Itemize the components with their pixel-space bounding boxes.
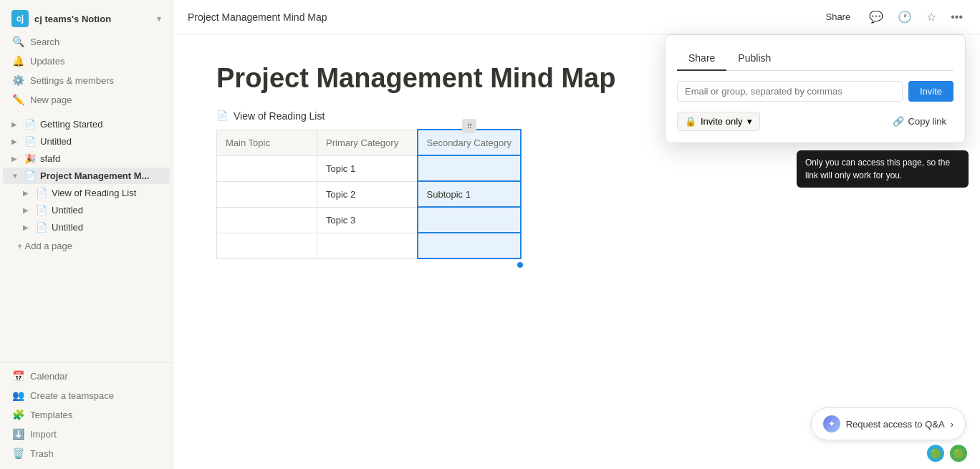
drag-handle-container: ⠿: [418, 119, 520, 133]
sidebar-bottom: 📅 Calendar 👥 Create a teamspace 🧩 Templa…: [0, 362, 173, 463]
invite-only-button[interactable]: 🔒 Invite only ▾: [677, 112, 760, 131]
invite-button[interactable]: Invite: [908, 81, 953, 102]
workspace-name: cj teams's Notion: [34, 14, 157, 24]
page-icon: 📄: [24, 119, 36, 130]
request-icon: ✦: [823, 415, 840, 432]
page-header: Project Management Mind Map Share 💬 🕐 ☆ …: [173, 0, 980, 34]
sidebar-item-view-of-reading-list[interactable]: ▶ 📄 View of Reading List: [3, 185, 170, 201]
sidebar-nav: 🔍 Search 🔔 Updates ⚙️ Settings & members…: [0, 32, 173, 110]
sidebar-item-sfafd[interactable]: ▶ 🎉 sfafd: [3, 150, 170, 167]
sidebar: cj cj teams's Notion ▾ 🔍 Search 🔔 Update…: [0, 0, 173, 469]
tree-label: Getting Started: [40, 119, 164, 130]
sidebar-item-updates[interactable]: 🔔 Updates: [3, 52, 170, 70]
share-button[interactable]: Share: [818, 9, 858, 25]
sidebar-item-untitled-2[interactable]: ▶ 📄 Untitled: [3, 202, 170, 218]
sidebar-item-settings[interactable]: ⚙️ Settings & members: [3, 71, 170, 90]
trash-icon: 🗑️: [11, 448, 24, 459]
new-page-icon: ✏️: [11, 94, 24, 105]
cell-secondary-3[interactable]: [418, 207, 522, 233]
sidebar-item-untitled-3[interactable]: ▶ 📄 Untitled: [3, 219, 170, 236]
table-row: [217, 233, 522, 258]
arrow-icon: ▶: [11, 155, 23, 163]
sidebar-item-calendar[interactable]: 📅 Calendar: [3, 367, 170, 385]
table-row: Topic 1: [217, 155, 522, 181]
request-access-label: Request access to Q&A: [846, 419, 945, 430]
sidebar-item-search[interactable]: 🔍 Search: [3, 32, 170, 51]
comment-icon[interactable]: 💬: [866, 7, 886, 26]
sidebar-add-page[interactable]: + Add a page: [3, 237, 170, 255]
more-options-icon[interactable]: •••: [948, 8, 966, 26]
share-access-row: 🔒 Invite only ▾ 🔗 Copy link: [677, 112, 953, 131]
cell-primary-2[interactable]: Topic 2: [317, 181, 418, 207]
import-label: Import: [30, 429, 57, 440]
cell-primary-4[interactable]: [317, 233, 418, 258]
sidebar-item-getting-started[interactable]: ▶ 📄 Getting Started: [3, 116, 170, 132]
main-content: Project Management Mind Map Share 💬 🕐 ☆ …: [173, 0, 980, 469]
cell-main-4[interactable]: [217, 233, 317, 258]
page-header-title: Project Management Mind Map: [188, 11, 327, 23]
tree-label: Untitled: [52, 205, 164, 216]
calendar-icon: 📅: [11, 370, 24, 382]
page-icon: 📄: [36, 222, 47, 233]
sidebar-updates-label: Updates: [30, 56, 64, 67]
share-dropdown: Share Publish Invite 🔒 Invite only ▾ 🔗 C…: [665, 34, 966, 143]
tooltip: Only you can access this page, so the li…: [797, 150, 969, 188]
sidebar-item-trash[interactable]: 🗑️ Trash: [3, 444, 170, 463]
sidebar-item-templates[interactable]: 🧩 Templates: [3, 405, 170, 424]
cell-secondary-2[interactable]: Subtopic 1: [418, 181, 522, 207]
bottom-avatars: 🟢 🟢: [926, 443, 969, 463]
sidebar-item-create-teamspace[interactable]: 👥 Create a teamspace: [3, 386, 170, 405]
copy-link-label: Copy link: [908, 116, 946, 127]
tree-label: View of Reading List: [52, 188, 164, 198]
access-chevron-icon: ▾: [747, 116, 752, 127]
invite-only-label: Invite only: [701, 116, 743, 127]
cell-secondary-1[interactable]: [418, 155, 522, 181]
table-header-row: Main Topic Primary Category Secondary Ca…: [217, 130, 522, 155]
sidebar-item-untitled-1[interactable]: ▶ 📄 Untitled: [3, 133, 170, 150]
sidebar-settings-label: Settings & members: [30, 75, 114, 86]
workspace-chevron-icon: ▾: [157, 14, 161, 24]
tab-publish[interactable]: Publish: [726, 47, 782, 71]
data-table: Main Topic Primary Category Secondary Ca…: [216, 129, 522, 259]
column-drag-handle[interactable]: ⠿: [462, 119, 476, 133]
calendar-label: Calendar: [30, 371, 68, 382]
share-email-input[interactable]: [677, 81, 903, 102]
workspace-selector[interactable]: cj cj teams's Notion ▾: [3, 6, 170, 32]
arrow-icon: ▶: [11, 137, 23, 145]
page-icon: 📄: [24, 170, 36, 181]
sidebar-item-import[interactable]: ⬇️ Import: [3, 425, 170, 443]
settings-icon: ⚙️: [11, 74, 24, 86]
add-page-label: + Add a page: [17, 241, 72, 251]
cell-primary-1[interactable]: Topic 1: [317, 155, 418, 181]
history-icon[interactable]: 🕐: [895, 7, 915, 26]
workspace-avatar: cj: [11, 10, 29, 27]
lock-icon: 🔒: [685, 116, 696, 127]
share-tabs: Share Publish: [677, 47, 953, 71]
page-icon: 📄: [36, 188, 47, 198]
arrow-expand-icon: ▼: [11, 172, 23, 180]
request-access-arrow: ›: [951, 419, 953, 430]
sidebar-item-project-management[interactable]: ▼ 📄 Project Management M...: [3, 168, 170, 184]
templates-icon: 🧩: [11, 409, 24, 420]
link-icon: 🔗: [893, 116, 904, 127]
request-access-bar[interactable]: ✦ Request access to Q&A ›: [811, 407, 966, 440]
tree-label: Untitled: [40, 136, 164, 147]
share-email-row: Invite: [677, 81, 953, 102]
cell-main-3[interactable]: [217, 207, 317, 233]
avatar-1: 🟢: [926, 443, 946, 463]
tab-share[interactable]: Share: [677, 47, 726, 71]
cell-main-1[interactable]: [217, 155, 317, 181]
sidebar-item-new-page[interactable]: ✏️ New page: [3, 90, 170, 109]
templates-label: Templates: [30, 410, 72, 420]
cell-secondary-4[interactable]: [418, 233, 522, 258]
tree-label: Project Management M...: [40, 170, 164, 181]
view-title: View of Reading List: [234, 110, 325, 122]
page-icon: 📄: [24, 136, 36, 147]
col-main-topic: Main Topic: [217, 130, 317, 155]
cell-primary-3[interactable]: Topic 3: [317, 207, 418, 233]
cell-main-2[interactable]: [217, 181, 317, 207]
sidebar-search-label: Search: [30, 37, 59, 47]
favorite-icon[interactable]: ☆: [923, 7, 939, 26]
tree-label: Untitled: [52, 222, 164, 233]
copy-link-button[interactable]: 🔗 Copy link: [885, 112, 953, 130]
